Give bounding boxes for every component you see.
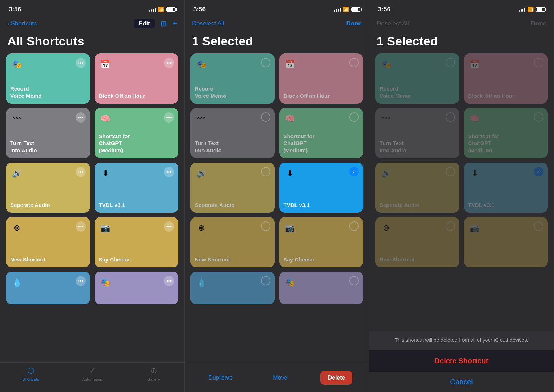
card-icon-3-cheese: 📷 bbox=[468, 221, 481, 235]
card-label-3-tvdl: TVDL v3.1 bbox=[468, 201, 544, 209]
card-icon-2-lavender: 🎭 bbox=[284, 276, 297, 289]
signal-icon-3 bbox=[519, 7, 525, 12]
shortcut-card-text-audio[interactable]: 〰 ••• Turn TextInto Audio bbox=[6, 108, 90, 158]
card-label-3-block: Block Off an Hour bbox=[468, 92, 544, 100]
card-icon-3-text-audio: 〰 bbox=[380, 112, 393, 125]
wifi-icon-1: 📶 bbox=[158, 7, 164, 12]
tab-gallery-1[interactable]: ⊕ Gallery bbox=[123, 366, 184, 381]
select-circle-3-block bbox=[534, 58, 543, 67]
card-menu-audio[interactable]: ••• bbox=[76, 167, 86, 177]
done-button-2[interactable]: Done bbox=[346, 20, 362, 27]
shortcut-card-record-voice[interactable]: 🎭 ••• RecordVoice Memo bbox=[6, 53, 90, 104]
grid-icon-1[interactable]: ⊞ bbox=[161, 19, 167, 28]
card-menu-new[interactable]: ••• bbox=[76, 221, 86, 232]
automation-tab-icon-1: ✓ bbox=[89, 366, 96, 376]
card-menu-record[interactable]: ••• bbox=[76, 58, 86, 68]
shortcut-card-chatgpt[interactable]: 🧠 ••• Shortcut forChatGPT(Medium) bbox=[95, 108, 179, 158]
wifi-icon-2: 📶 bbox=[343, 7, 349, 12]
plus-icon-1[interactable]: + bbox=[173, 20, 177, 28]
status-icons-3: 📶 bbox=[519, 7, 545, 12]
status-time-1: 3:56 bbox=[9, 6, 21, 13]
card-menu-tvdl[interactable]: ••• bbox=[164, 167, 174, 177]
shortcut-card-3-audio: 🔊 Seperate Audio bbox=[375, 163, 459, 213]
card-menu-water[interactable]: ••• bbox=[76, 276, 86, 286]
card-icon-3-record: 🎭 bbox=[380, 58, 393, 71]
card-label-record: RecordVoice Memo bbox=[10, 85, 86, 99]
card-icon-block: 📅 bbox=[99, 58, 112, 71]
delete-shortcut-button[interactable]: Delete Shortcut bbox=[369, 350, 554, 372]
shortcut-card-new[interactable]: ⊛ ••• New Shortcut bbox=[6, 217, 90, 267]
select-circle-3-record bbox=[446, 58, 455, 67]
chevron-icon-1: ‹ bbox=[7, 20, 9, 27]
duplicate-button[interactable]: Duplicate bbox=[201, 371, 240, 385]
select-circle-2-tvdl[interactable]: ✓ bbox=[349, 167, 359, 176]
select-circle-2-chatgpt[interactable] bbox=[349, 112, 359, 122]
delete-button[interactable]: Delete bbox=[320, 371, 352, 385]
tab-automation-1[interactable]: ✓ Automation bbox=[61, 366, 123, 381]
select-circle-2-audio[interactable] bbox=[261, 167, 270, 176]
edit-button-1[interactable]: Edit bbox=[134, 19, 155, 28]
gallery-tab-icon-1: ⊕ bbox=[150, 366, 157, 376]
done-button-3[interactable]: Done bbox=[531, 20, 547, 27]
card-menu-chatgpt[interactable]: ••• bbox=[164, 112, 174, 123]
card-label-3-new: New Shortcut bbox=[380, 256, 455, 263]
shortcut-card-2-text-audio[interactable]: 〰 Turn TextInto Audio bbox=[190, 108, 275, 158]
card-icon-3-tvdl: ⬇ bbox=[468, 167, 481, 180]
card-label-2-tvdl: TVDL v3.1 bbox=[284, 201, 359, 209]
shortcut-card-2-new[interactable]: ⊛ New Shortcut bbox=[190, 217, 275, 267]
select-circle-3-audio bbox=[446, 167, 455, 176]
select-circle-3-chatgpt bbox=[534, 112, 543, 122]
shortcuts-grid-1: 🎭 ••• RecordVoice Memo 📅 ••• Block Off a… bbox=[0, 53, 184, 304]
move-button[interactable]: Move bbox=[266, 371, 294, 385]
card-label-3-chatgpt: Shortcut forChatGPT(Medium) bbox=[468, 133, 544, 154]
shortcut-card-2-record[interactable]: 🎭 RecordVoice Memo bbox=[190, 53, 275, 104]
signal-icon-1 bbox=[149, 7, 156, 12]
select-circle-3-text-audio bbox=[446, 112, 455, 122]
deselect-button-2[interactable]: Deselect All bbox=[192, 20, 224, 27]
back-button-1[interactable]: ‹ Shortcuts bbox=[7, 20, 37, 27]
shortcut-card-tvdl[interactable]: ⬇ ••• TVDL v3.1 bbox=[95, 163, 179, 213]
select-circle-2-record[interactable] bbox=[261, 58, 270, 67]
select-circle-2-water[interactable] bbox=[261, 276, 270, 285]
shortcut-card-2-audio[interactable]: 🔊 Seperate Audio bbox=[190, 163, 275, 213]
select-circle-2-lavender[interactable] bbox=[349, 276, 359, 285]
card-icon-3-block: 📅 bbox=[468, 58, 481, 71]
card-icon-3-chatgpt: 🧠 bbox=[468, 112, 481, 125]
shortcut-card-2-chatgpt[interactable]: 🧠 Shortcut forChatGPT(Medium) bbox=[279, 108, 364, 158]
card-menu-lavender[interactable]: ••• bbox=[164, 276, 174, 286]
shortcut-card-3-block: 📅 Block Off an Hour bbox=[464, 53, 548, 104]
select-circle-2-cheese[interactable] bbox=[349, 221, 359, 231]
shortcut-card-3-record: 🎭 RecordVoice Memo bbox=[375, 53, 459, 104]
shortcut-card-lavender[interactable]: 🎭 ••• bbox=[95, 272, 179, 304]
card-menu-text-audio[interactable]: ••• bbox=[76, 112, 86, 123]
select-circle-2-new[interactable] bbox=[261, 221, 270, 231]
shortcut-card-2-block[interactable]: 📅 Block Off an Hour bbox=[279, 53, 364, 104]
card-menu-block[interactable]: ••• bbox=[164, 58, 174, 68]
deselect-button-3[interactable]: Deselect All bbox=[377, 20, 409, 27]
card-label-2-record: RecordVoice Memo bbox=[195, 85, 270, 99]
select-circle-2-text-audio[interactable] bbox=[261, 112, 270, 122]
card-label-2-new: New Shortcut bbox=[195, 256, 270, 263]
tab-shortcuts-1[interactable]: ⬡ Shortcuts bbox=[0, 366, 61, 381]
select-circle-2-block[interactable] bbox=[349, 58, 359, 67]
shortcut-card-2-water[interactable]: 💧 bbox=[190, 272, 275, 304]
card-icon-water: 💧 bbox=[10, 276, 23, 289]
shortcut-card-2-tvdl[interactable]: ⬇ ✓ TVDL v3.1 bbox=[279, 163, 364, 213]
shortcut-card-audio[interactable]: 🔊 ••• Seperate Audio bbox=[6, 163, 90, 213]
card-icon-lavender: 🎭 bbox=[99, 276, 112, 289]
shortcut-card-2-cheese[interactable]: 📷 Say Cheese bbox=[279, 217, 364, 267]
shortcut-card-water[interactable]: 💧 ••• bbox=[6, 272, 90, 304]
card-icon-chatgpt: 🧠 bbox=[99, 112, 112, 125]
nav-bar-3: Deselect All Done bbox=[369, 16, 554, 33]
battery-icon-1 bbox=[166, 7, 176, 12]
cancel-button[interactable]: Cancel bbox=[369, 372, 554, 392]
shortcut-card-cheese[interactable]: 📷 ••• Say Cheese bbox=[95, 217, 179, 267]
status-bar-1: 3:56 📶 bbox=[0, 0, 184, 16]
shortcut-card-2-lavender[interactable]: 🎭 bbox=[279, 272, 364, 304]
delete-bottom-sheet: This shortcut will be deleted from all o… bbox=[369, 331, 554, 392]
card-menu-cheese[interactable]: ••• bbox=[164, 221, 174, 232]
card-label-3-record: RecordVoice Memo bbox=[380, 85, 455, 99]
card-icon-2-record: 🎭 bbox=[195, 58, 208, 71]
shortcut-card-3-cheese: 📷 bbox=[464, 217, 548, 267]
shortcut-card-block-hour[interactable]: 📅 ••• Block Off an Hour bbox=[95, 53, 179, 104]
